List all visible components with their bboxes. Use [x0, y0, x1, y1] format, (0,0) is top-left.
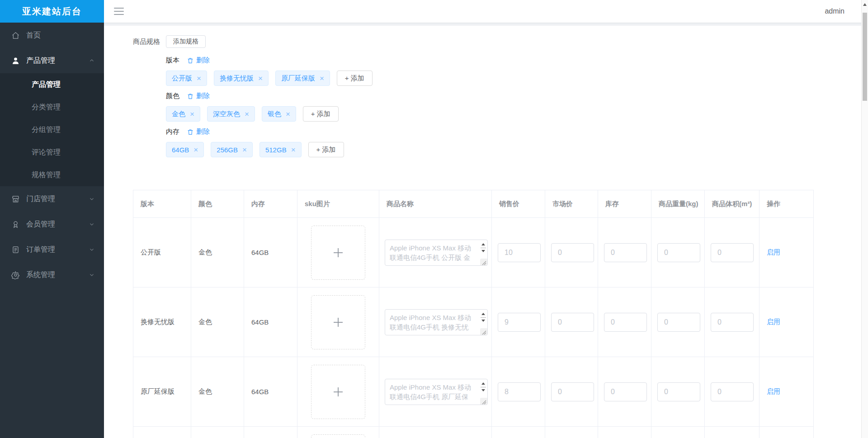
close-icon[interactable]: ×: [245, 110, 249, 118]
cell-memory: 64GB: [244, 287, 297, 357]
spec-group-title-color: 颜色删除: [166, 92, 850, 100]
sku-image-upload[interactable]: [311, 226, 365, 280]
resize-grip-icon[interactable]: [480, 259, 487, 265]
market-price-input[interactable]: 0: [551, 313, 594, 332]
scroll-down-icon[interactable]: [481, 389, 485, 391]
cell-action: 启用: [760, 287, 814, 357]
resize-grip-icon[interactable]: [480, 328, 487, 335]
delete-spec-button[interactable]: 删除: [187, 92, 210, 100]
spec-tag: 银色×: [262, 106, 296, 122]
volume-input[interactable]: 0: [711, 382, 754, 401]
scroll-up-icon[interactable]: [863, 3, 867, 6]
stock-input-value: 0: [611, 318, 615, 326]
close-icon[interactable]: ×: [291, 146, 296, 154]
market-price-input[interactable]: 0: [551, 243, 594, 262]
delete-label: 删除: [196, 56, 210, 65]
cell-market-price: 0: [545, 287, 598, 357]
sku-column-header: sku图片: [297, 190, 379, 218]
stock-input[interactable]: 0: [604, 313, 647, 332]
sidebar-subitem-comment[interactable]: 评论管理: [0, 141, 104, 164]
scroll-down-icon[interactable]: [481, 320, 485, 322]
weight-input[interactable]: 0: [657, 243, 700, 262]
spec-tag-row-version: 公开版×换修无忧版×原厂延保版×+ 添加: [166, 71, 850, 86]
close-icon[interactable]: ×: [197, 75, 201, 82]
home-icon: [11, 31, 20, 40]
sidebar-item-product[interactable]: 产品管理: [0, 48, 104, 73]
sku-column-header: 商品名称: [379, 190, 492, 218]
product-name-line: Apple iPhone XS Max 移动: [390, 313, 476, 322]
close-icon[interactable]: ×: [193, 146, 198, 154]
sidebar-subitem-spec[interactable]: 规格管理: [0, 164, 104, 186]
sale-price-input[interactable]: 8: [498, 382, 541, 401]
sale-price-input[interactable]: 9: [498, 313, 541, 332]
spec-tag-label: 换修无忧版: [220, 74, 254, 83]
market-price-input-value: 0: [558, 249, 562, 257]
sidebar-subitem-group[interactable]: 分组管理: [0, 118, 104, 141]
scroll-down-icon[interactable]: [481, 250, 485, 252]
sidebar-item-store[interactable]: 门店管理: [0, 186, 104, 212]
enable-link[interactable]: 启用: [767, 248, 780, 256]
close-icon[interactable]: ×: [242, 146, 247, 154]
enable-link[interactable]: 启用: [767, 318, 780, 325]
stock-input[interactable]: 0: [604, 382, 647, 401]
market-price-input-value: 0: [558, 318, 562, 326]
cell-version: [133, 427, 191, 438]
weight-input[interactable]: 0: [657, 382, 700, 401]
scrollbar-thumb[interactable]: [863, 13, 867, 101]
weight-input[interactable]: 0: [657, 313, 700, 332]
spec-group-title-version: 版本删除: [166, 56, 850, 65]
product-name-line: Apple iPhone XS Max 移动: [390, 382, 476, 392]
add-tag-button[interactable]: + 添加: [308, 142, 344, 157]
cell-version: 公开版: [133, 218, 191, 287]
close-icon[interactable]: ×: [286, 110, 290, 118]
scroll-up-icon[interactable]: [481, 243, 485, 245]
plus-icon: [331, 246, 345, 259]
sidebar-subitem-category[interactable]: 分类管理: [0, 96, 104, 118]
sidebar-item-order[interactable]: 订单管理: [0, 237, 104, 262]
stock-input-value: 0: [611, 249, 615, 257]
topbar-user[interactable]: admin: [825, 7, 844, 15]
delete-spec-button[interactable]: 删除: [187, 56, 210, 65]
volume-input[interactable]: 0: [711, 313, 754, 332]
topbar: admin: [104, 0, 868, 23]
close-icon[interactable]: ×: [190, 110, 194, 118]
cell-sale-price: 9: [492, 287, 545, 357]
sidebar-subitem-product-list[interactable]: 产品管理: [0, 73, 104, 96]
close-icon[interactable]: ×: [258, 75, 263, 82]
add-spec-button[interactable]: 添加规格: [166, 35, 206, 48]
spec-tag: 深空灰色×: [207, 106, 255, 122]
trash-icon: [187, 93, 194, 100]
spec-body: 版本删除公开版×换修无忧版×原厂延保版×+ 添加颜色删除金色×深空灰色×银色×+…: [166, 56, 850, 157]
spec-tag: 64GB×: [166, 142, 204, 157]
cell-product-name: [379, 427, 492, 438]
scroll-up-icon[interactable]: [481, 313, 485, 315]
sku-image-upload[interactable]: [311, 295, 365, 349]
sidebar-item-member[interactable]: 会员管理: [0, 212, 104, 237]
sidebar-item-system[interactable]: 系统管理: [0, 262, 104, 287]
shop-icon: [11, 194, 20, 203]
sidebar-nav: 首页产品管理产品管理分类管理分组管理评论管理规格管理门店管理会员管理订单管理系统…: [0, 23, 104, 287]
enable-link[interactable]: 启用: [767, 387, 780, 395]
market-price-input[interactable]: 0: [551, 382, 594, 401]
product-name-textarea[interactable]: Apple iPhone XS Max 移动联通电信4G手机 原厂延保: [385, 379, 488, 405]
stock-input[interactable]: 0: [604, 243, 647, 262]
volume-input[interactable]: 0: [711, 243, 754, 262]
sku-image-upload[interactable]: [311, 434, 365, 438]
sale-price-input[interactable]: 10: [498, 243, 541, 262]
add-tag-button[interactable]: + 添加: [303, 106, 339, 122]
page-scrollbar[interactable]: [861, 0, 868, 438]
sku-image-upload[interactable]: [311, 365, 365, 419]
sku-table-row: [133, 427, 814, 438]
sidebar-item-home[interactable]: 首页: [0, 23, 104, 48]
product-name-textarea[interactable]: Apple iPhone XS Max 移动联通电信4G手机 换修无忧: [385, 309, 488, 335]
product-name-textarea[interactable]: Apple iPhone XS Max 移动联通电信4G手机 公开版 金: [385, 240, 488, 266]
hamburger-icon[interactable]: [114, 8, 124, 15]
close-icon[interactable]: ×: [320, 75, 324, 82]
resize-grip-icon[interactable]: [480, 398, 487, 405]
spec-tag-row-color: 金色×深空灰色×银色×+ 添加: [166, 106, 850, 122]
scroll-up-icon[interactable]: [481, 382, 485, 385]
spec-group-name: 版本: [166, 56, 179, 65]
delete-spec-button[interactable]: 删除: [187, 127, 210, 136]
add-tag-button[interactable]: + 添加: [337, 71, 373, 86]
sidebar-item-label: 门店管理: [26, 194, 89, 204]
